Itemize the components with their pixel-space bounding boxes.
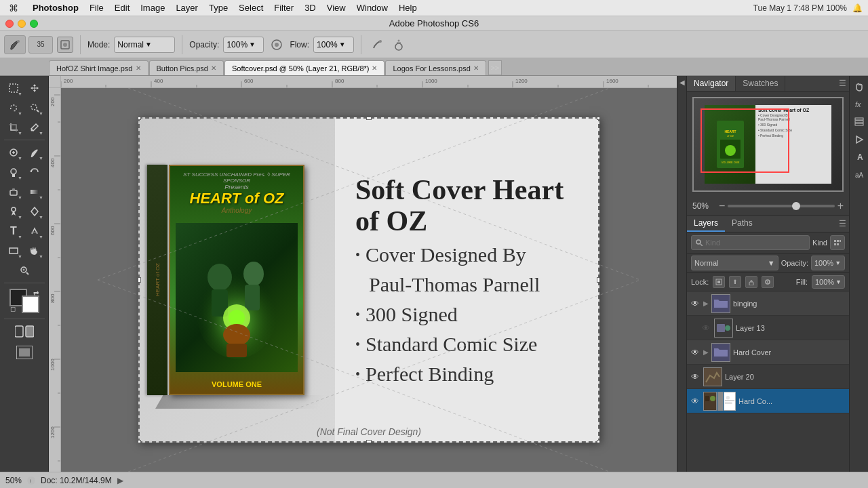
marquee-tool[interactable]: ▼: [3, 79, 24, 98]
tab-hofoz-close[interactable]: ✕: [136, 64, 141, 72]
layer-visibility-layer13[interactable]: 👁: [701, 323, 711, 333]
tab-softcover-close[interactable]: ✕: [372, 64, 377, 72]
lasso-tool[interactable]: ▼: [3, 98, 24, 117]
zoom-in-button[interactable]: +: [837, 200, 844, 212]
screen-mode-toggle[interactable]: [5, 343, 44, 362]
tab-button[interactable]: Button Pics.psd ✕: [149, 60, 224, 75]
opacity-dropdown[interactable]: 100% ▼: [223, 37, 264, 53]
canvas-viewport[interactable]: HEART of OZ ST SUCCESS UNCHAINED Pres. ◊…: [61, 88, 677, 472]
path-selection[interactable]: ▼: [24, 222, 45, 241]
tab-softcover[interactable]: Softcover.psd @ 50% (Layer 21, RGB/8*) ✕: [224, 60, 385, 75]
tablet-pressure-opacity[interactable]: [368, 36, 386, 54]
panel-tab-options[interactable]: ☰: [839, 76, 849, 91]
status-play-button[interactable]: ▶: [117, 476, 123, 485]
clone-stamp[interactable]: ▼: [3, 163, 24, 182]
brush-preset-picker[interactable]: [4, 35, 26, 54]
layer-visibility-hardco[interactable]: 👁: [690, 396, 701, 407]
tabs-overflow-button[interactable]: >>: [488, 60, 502, 75]
rectangle-tool[interactable]: ▼: [3, 241, 24, 260]
zoom-slider[interactable]: [728, 205, 834, 207]
expand-arrow-hardcover[interactable]: ▶: [703, 348, 709, 356]
lock-all-button[interactable]: [745, 276, 757, 288]
layer-item-hardcover[interactable]: 👁 ▶ Hard Cover: [687, 340, 849, 365]
layer-item-layer13[interactable]: 👁 Layer 13: [687, 316, 849, 340]
tab-hofoz[interactable]: HofOZ Shirt Image.psd ✕: [49, 60, 149, 75]
menu-image[interactable]: Image: [135, 0, 170, 16]
quick-select-tool[interactable]: ▼: [24, 98, 45, 117]
navigator-tab[interactable]: Navigator: [687, 76, 736, 91]
minimize-button[interactable]: [18, 20, 26, 28]
brush-size-display[interactable]: 35: [28, 36, 53, 54]
menu-select[interactable]: Select: [233, 0, 269, 16]
gradient-tool[interactable]: ▼: [24, 182, 45, 201]
tab-logos-close[interactable]: ✕: [473, 64, 479, 72]
expand-arrow-binging[interactable]: ▶: [703, 300, 709, 307]
eyedropper-tool[interactable]: ▼: [24, 118, 45, 137]
layer-expand-binging[interactable]: ▶: [703, 300, 709, 307]
dodge-tool[interactable]: ▼: [3, 202, 24, 221]
pen-tool[interactable]: ▼: [24, 202, 45, 221]
panel-collapse-handle[interactable]: ◀: [677, 76, 686, 472]
zoom-tool[interactable]: [14, 261, 35, 280]
panel-icon-4[interactable]: [851, 131, 867, 148]
tablet-pressure-size[interactable]: [390, 36, 408, 54]
menu-window[interactable]: Window: [351, 0, 393, 16]
menu-file[interactable]: File: [84, 0, 109, 16]
flow-dropdown[interactable]: 100% ▼: [313, 37, 354, 53]
notification-icon[interactable]: 🔔: [852, 3, 863, 13]
menu-photoshop[interactable]: Photoshop: [27, 0, 84, 16]
paths-tab[interactable]: Paths: [725, 216, 760, 232]
panel-icon-2[interactable]: fx: [851, 96, 867, 113]
quick-mask-toggle[interactable]: [5, 322, 44, 341]
zoom-out-button[interactable]: −: [719, 200, 725, 212]
menu-type[interactable]: Type: [203, 0, 233, 16]
reset-colors-button[interactable]: ◻: [10, 305, 16, 312]
menu-view[interactable]: View: [321, 0, 351, 16]
airbrush-toggle[interactable]: [268, 36, 285, 54]
mode-dropdown[interactable]: Normal ▼: [114, 37, 175, 53]
eraser-tool[interactable]: ▼: [3, 182, 24, 201]
layer-visibility-layer20[interactable]: 👁: [690, 371, 701, 382]
panel-icon-5[interactable]: A: [851, 149, 867, 165]
history-brush[interactable]: [24, 163, 45, 182]
fill-value[interactable]: 100% ▼: [812, 275, 845, 289]
hand-tool[interactable]: ▼: [24, 241, 45, 260]
zoom-slider-thumb[interactable]: [792, 202, 800, 210]
maximize-button[interactable]: [30, 20, 38, 28]
panel-icon-1[interactable]: [851, 79, 867, 95]
lock-extra-button[interactable]: [762, 276, 774, 288]
layers-tab[interactable]: Layers: [687, 216, 725, 232]
menu-3d[interactable]: 3D: [299, 0, 321, 16]
kind-filter-dropdown[interactable]: [830, 235, 845, 250]
brush-toggle-1[interactable]: [57, 37, 73, 53]
lock-position-button[interactable]: [729, 276, 741, 288]
tab-button-close[interactable]: ✕: [211, 64, 216, 72]
layer-visibility-hardcover[interactable]: 👁: [690, 347, 701, 358]
tab-logos[interactable]: Logos For Lessons.psd ✕: [385, 60, 486, 75]
close-button[interactable]: [5, 20, 14, 28]
swap-colors-button[interactable]: ⇄: [33, 289, 39, 297]
blend-mode-dropdown[interactable]: Normal ▼: [691, 256, 778, 270]
lock-pixels-button[interactable]: [713, 276, 725, 288]
menu-filter[interactable]: Filter: [269, 0, 299, 16]
brush-tool[interactable]: ▼: [24, 143, 45, 162]
layer-item-binging[interactable]: 👁 ▶ binging: [687, 291, 849, 316]
background-color[interactable]: [22, 296, 39, 313]
panel-icon-6[interactable]: aA: [851, 167, 867, 183]
menu-help[interactable]: Help: [393, 0, 422, 16]
fg-bg-color-picker[interactable]: ⇄ ◻: [9, 289, 39, 313]
apple-menu[interactable]: ⌘: [0, 3, 27, 14]
layer-expand-hardcover[interactable]: ▶: [703, 348, 709, 356]
layer-search-box[interactable]: [691, 235, 810, 250]
panel-icon-3[interactable]: [851, 114, 867, 130]
opacity-value-layers[interactable]: 100% ▼: [811, 256, 845, 270]
layer-search-input[interactable]: [705, 239, 805, 247]
menu-layer[interactable]: Layer: [170, 0, 203, 16]
crop-tool[interactable]: ▼: [3, 118, 24, 137]
menu-edit[interactable]: Edit: [109, 0, 135, 16]
layers-panel-options[interactable]: ☰: [839, 216, 849, 232]
layer-visibility-binging[interactable]: 👁: [690, 298, 701, 309]
statusbar-info-button[interactable]: i: [27, 476, 35, 485]
type-tool[interactable]: T ▼: [3, 222, 24, 241]
move-tool[interactable]: [24, 79, 45, 98]
